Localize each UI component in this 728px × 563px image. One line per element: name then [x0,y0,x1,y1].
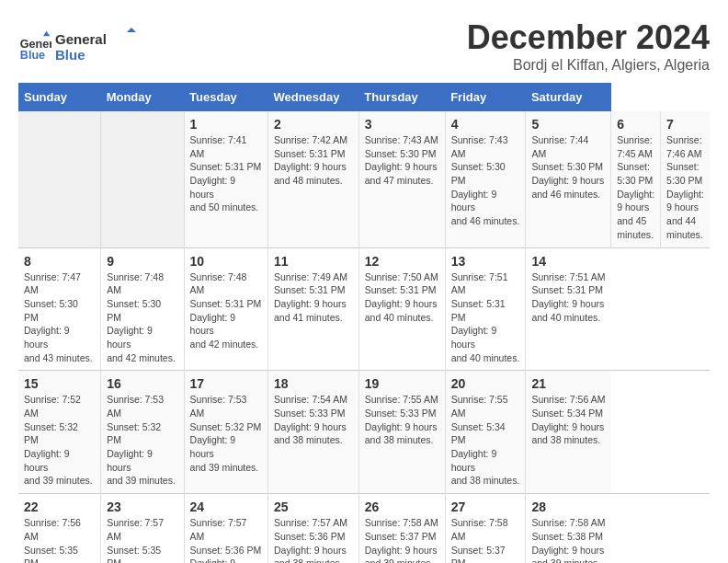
weekday-header-saturday: Saturday [526,83,611,111]
day-cell-28: 28Sunrise: 7:58 AMSunset: 5:38 PMDayligh… [526,494,611,563]
day-cell-19: 19Sunrise: 7:55 AMSunset: 5:33 PMDayligh… [358,371,445,494]
day-number: 25 [274,500,353,514]
weekday-header-monday: Monday [101,83,184,111]
day-info: Sunrise: 7:47 AMSunset: 5:30 PMDaylight:… [24,270,95,365]
day-number: 14 [531,254,605,269]
day-info: Sunrise: 7:55 AMSunset: 5:33 PMDaylight:… [365,393,439,447]
day-number: 27 [451,500,520,514]
weekday-header-row: SundayMondayTuesdayWednesdayThursdayFrid… [18,83,710,111]
logo-svg: General Blue [55,28,138,64]
day-info: Sunrise: 7:52 AMSunset: 5:32 PMDaylight:… [24,393,95,488]
svg-marker-2 [43,31,50,36]
day-number: 26 [365,500,439,514]
day-cell-16: 16Sunrise: 7:53 AMSunset: 5:32 PMDayligh… [101,371,184,494]
day-number: 6 [617,117,654,132]
week-row-2: 8Sunrise: 7:47 AMSunset: 5:30 PMDaylight… [18,247,710,371]
day-number: 13 [451,254,520,269]
weekday-header-friday: Friday [445,83,526,111]
day-info: Sunrise: 7:48 AMSunset: 5:31 PMDaylight:… [190,270,262,351]
month-title: December 2024 [467,18,710,57]
day-number: 3 [365,117,439,132]
svg-text:Blue: Blue [20,49,45,62]
day-info: Sunrise: 7:41 AMSunset: 5:31 PMDaylight:… [190,133,262,214]
weekday-header-wednesday: Wednesday [267,83,358,111]
day-info: Sunrise: 7:42 AMSunset: 5:31 PMDaylight:… [274,133,353,188]
day-cell-4: 4Sunrise: 7:43 AMSunset: 5:30 PMDaylight… [445,111,526,247]
weekday-header-tuesday: Tuesday [184,83,267,111]
day-info: Sunrise: 7:51 AMSunset: 5:31 PMDaylight:… [451,270,520,365]
week-row-3: 15Sunrise: 7:52 AMSunset: 5:32 PMDayligh… [18,371,710,494]
day-cell-1: 1Sunrise: 7:41 AMSunset: 5:31 PMDaylight… [184,111,267,247]
day-info: Sunrise: 7:43 AMSunset: 5:30 PMDaylight:… [451,133,520,228]
weekday-header-thursday: Thursday [358,83,445,111]
day-number: 21 [531,376,605,391]
day-info: Sunrise: 7:55 AMSunset: 5:34 PMDaylight:… [451,393,520,488]
title-section: December 2024 Bordj el Kiffan, Algiers, … [467,18,710,74]
logo-icon: General Blue [18,29,51,63]
day-number: 15 [24,376,95,391]
day-number: 18 [274,376,353,391]
day-info: Sunrise: 7:46 AMSunset: 5:30 PMDaylight:… [666,133,704,242]
day-info: Sunrise: 7:48 AMSunset: 5:30 PMDaylight:… [107,270,177,365]
svg-marker-5 [127,28,136,32]
day-number: 8 [24,254,95,269]
day-number: 10 [190,254,262,269]
day-cell-5: 5Sunrise: 7:44 AMSunset: 5:30 PMDaylight… [526,111,611,247]
day-cell-18: 18Sunrise: 7:54 AMSunset: 5:33 PMDayligh… [267,371,358,494]
day-info: Sunrise: 7:57 AMSunset: 5:36 PMDaylight:… [274,516,353,563]
day-cell-17: 17Sunrise: 7:53 AMSunset: 5:32 PMDayligh… [184,371,267,494]
day-info: Sunrise: 7:54 AMSunset: 5:33 PMDaylight:… [274,393,353,447]
day-cell-25: 25Sunrise: 7:57 AMSunset: 5:36 PMDayligh… [267,494,358,563]
day-cell-14: 14Sunrise: 7:51 AMSunset: 5:31 PMDayligh… [526,247,611,371]
logo: General Blue General Blue [18,28,138,64]
calendar-table: SundayMondayTuesdayWednesdayThursdayFrid… [18,83,710,563]
day-cell-12: 12Sunrise: 7:50 AMSunset: 5:31 PMDayligh… [358,247,445,371]
day-info: Sunrise: 7:49 AMSunset: 5:31 PMDaylight:… [274,270,353,325]
day-cell-20: 20Sunrise: 7:55 AMSunset: 5:34 PMDayligh… [445,371,526,494]
week-row-4: 22Sunrise: 7:56 AMSunset: 5:35 PMDayligh… [18,494,710,563]
day-cell-3: 3Sunrise: 7:43 AMSunset: 5:30 PMDaylight… [358,111,445,247]
day-number: 9 [107,254,177,269]
day-number: 19 [365,376,439,391]
day-cell-15: 15Sunrise: 7:52 AMSunset: 5:32 PMDayligh… [18,371,101,494]
day-number: 28 [531,500,605,514]
week-row-1: 1Sunrise: 7:41 AMSunset: 5:31 PMDaylight… [18,111,710,247]
empty-cell-w0-d0 [18,111,101,247]
day-info: Sunrise: 7:53 AMSunset: 5:32 PMDaylight:… [190,393,262,474]
day-info: Sunrise: 7:58 AMSunset: 5:38 PMDaylight:… [531,516,605,563]
day-cell-9: 9Sunrise: 7:48 AMSunset: 5:30 PMDaylight… [101,247,184,371]
page-header: General Blue General Blue December 2024 … [18,18,710,74]
day-cell-22: 22Sunrise: 7:56 AMSunset: 5:35 PMDayligh… [18,494,101,563]
weekday-header-sunday: Sunday [18,83,101,111]
day-cell-13: 13Sunrise: 7:51 AMSunset: 5:31 PMDayligh… [445,247,526,371]
day-number: 22 [24,500,95,514]
day-number: 7 [666,117,704,132]
day-number: 1 [190,117,262,132]
day-info: Sunrise: 7:44 AMSunset: 5:30 PMDaylight:… [531,133,605,201]
day-number: 20 [451,376,520,391]
day-cell-10: 10Sunrise: 7:48 AMSunset: 5:31 PMDayligh… [184,247,267,371]
day-number: 12 [365,254,439,269]
day-number: 2 [274,117,353,132]
day-number: 5 [531,117,605,132]
day-info: Sunrise: 7:57 AMSunset: 5:35 PMDaylight:… [107,516,177,563]
day-cell-27: 27Sunrise: 7:58 AMSunset: 5:37 PMDayligh… [445,494,526,563]
day-cell-2: 2Sunrise: 7:42 AMSunset: 5:31 PMDaylight… [267,111,358,247]
empty-cell-w0-d1 [101,111,184,247]
day-number: 11 [274,254,353,269]
day-cell-21: 21Sunrise: 7:56 AMSunset: 5:34 PMDayligh… [526,371,611,494]
day-info: Sunrise: 7:51 AMSunset: 5:31 PMDaylight:… [531,270,605,325]
day-info: Sunrise: 7:56 AMSunset: 5:35 PMDaylight:… [24,516,95,563]
day-cell-24: 24Sunrise: 7:57 AMSunset: 5:36 PMDayligh… [184,494,267,563]
day-number: 4 [451,117,520,132]
day-info: Sunrise: 7:57 AMSunset: 5:36 PMDaylight:… [190,516,262,563]
day-number: 17 [190,376,262,391]
day-cell-6: 6Sunrise: 7:45 AMSunset: 5:30 PMDaylight… [611,111,661,247]
day-info: Sunrise: 7:43 AMSunset: 5:30 PMDaylight:… [365,133,439,188]
day-cell-7: 7Sunrise: 7:46 AMSunset: 5:30 PMDaylight… [661,111,710,247]
day-info: Sunrise: 7:56 AMSunset: 5:34 PMDaylight:… [531,393,605,447]
day-number: 16 [107,376,177,391]
day-cell-8: 8Sunrise: 7:47 AMSunset: 5:30 PMDaylight… [18,247,101,371]
day-number: 24 [190,500,262,514]
day-info: Sunrise: 7:58 AMSunset: 5:37 PMDaylight:… [451,516,520,563]
